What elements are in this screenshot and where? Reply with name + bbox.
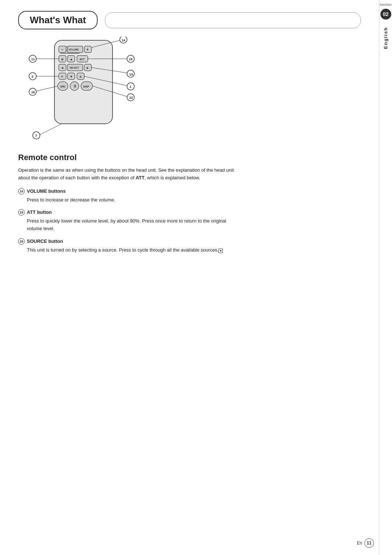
page-footer: En 11 <box>357 538 374 548</box>
page-number: 11 <box>364 538 374 548</box>
section-label: Section <box>379 0 392 7</box>
item-att-body: Press to quickly lower the volume level,… <box>18 217 236 233</box>
item-volume: 14 VOLUME buttons Press to increase or d… <box>18 188 236 204</box>
item-source-body: This unit is turned on by selecting a so… <box>18 246 236 254</box>
remote-diagram: – VOLUME + – VOLUME + B ▲ ATT ◄ <box>25 37 149 146</box>
svg-text:1: 1 <box>130 85 131 89</box>
svg-text:14: 14 <box>122 38 125 42</box>
svg-text:A: A <box>79 75 82 78</box>
item-source: 16 SOURCE button This unit is turned on … <box>18 238 236 254</box>
language-label: English <box>383 27 388 49</box>
svg-text:VOLUME: VOLUME <box>69 48 79 51</box>
en-label: En <box>357 540 362 546</box>
item-volume-body: Press to increase or decrease the volume… <box>18 196 236 204</box>
header-right-box <box>105 12 361 28</box>
svg-text:▼: ▼ <box>70 75 73 78</box>
svg-text:–: – <box>61 48 64 52</box>
svg-text:2: 2 <box>32 75 33 78</box>
svg-text:ATT: ATT <box>79 58 85 61</box>
remote-svg: – VOLUME + – VOLUME + B ▲ ATT ◄ <box>25 37 149 146</box>
svg-text:◄: ◄ <box>61 66 64 70</box>
svg-text:+: + <box>86 48 89 52</box>
svg-text:15: 15 <box>129 57 132 61</box>
svg-text:13: 13 <box>129 73 133 76</box>
header-row: What's What <box>18 11 361 29</box>
svg-text:B: B <box>61 58 64 61</box>
att-bold: ATT <box>136 175 144 180</box>
svg-text:11: 11 <box>31 57 35 61</box>
svg-text:12: 12 <box>129 96 133 99</box>
svg-text:F: F <box>61 75 63 78</box>
side-tab: Section 02 English <box>379 0 392 555</box>
svg-text:7: 7 <box>35 134 37 138</box>
main-content: What's What – VOLUME + – VOLUME + <box>0 0 379 278</box>
remote-control-desc: Operation is the same as when using the … <box>18 167 236 182</box>
title-box: What's What <box>18 11 98 29</box>
svg-line-59 <box>40 124 62 135</box>
svg-text:►: ► <box>86 66 89 70</box>
item-volume-title: VOLUME buttons <box>27 188 66 194</box>
svg-text:▲: ▲ <box>70 57 73 61</box>
svg-text:DISP: DISP <box>83 85 89 88</box>
item-volume-header: 14 VOLUME buttons <box>18 188 236 195</box>
item-source-title: SOURCE button <box>27 238 63 244</box>
section-number: 02 <box>380 9 391 20</box>
page-title: What's What <box>30 15 86 26</box>
item-att-header: 15 ATT button <box>18 209 236 216</box>
item-14-number: 14 <box>18 188 25 195</box>
svg-text:SRC: SRC <box>60 85 66 88</box>
item-16-number: 16 <box>18 238 25 245</box>
item-source-header: 16 SOURCE button <box>18 238 236 245</box>
item-att: 15 ATT button Press to quickly lower the… <box>18 209 236 233</box>
item-att-title: ATT button <box>27 209 52 215</box>
svg-text:⏸: ⏸ <box>73 84 77 88</box>
svg-text:16: 16 <box>31 90 35 94</box>
remote-control-title: Remote control <box>18 153 361 162</box>
item-15-number: 15 <box>18 209 25 216</box>
svg-text:SELECT: SELECT <box>70 66 79 69</box>
stop-icon: ■ <box>219 249 223 253</box>
